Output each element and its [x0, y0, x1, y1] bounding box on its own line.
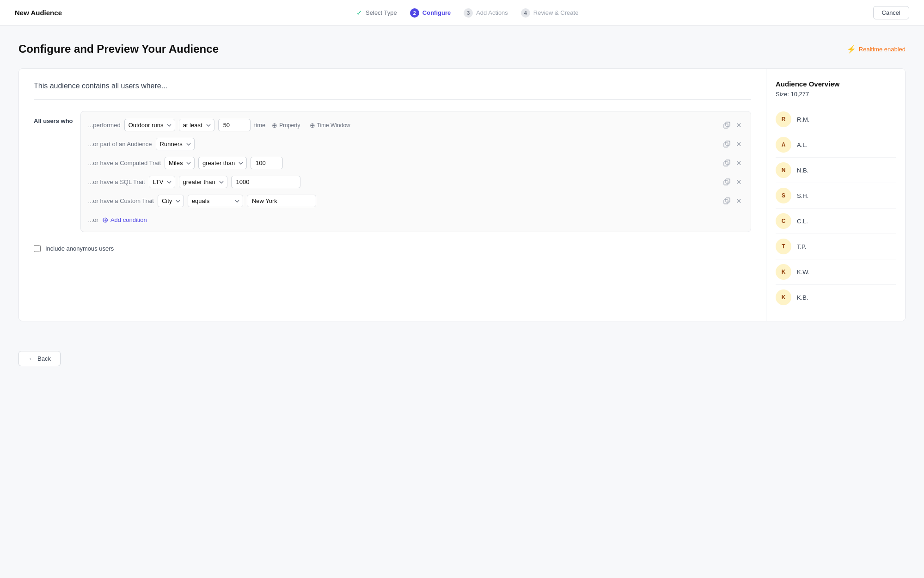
or-label: ...or: [88, 216, 98, 223]
computed-trait-select[interactable]: Miles: [165, 157, 195, 169]
right-panel: Audience Overview Size: 10,277 RR.M.AA.L…: [766, 69, 905, 321]
list-item: TT.P.: [776, 234, 896, 259]
add-time-window-button[interactable]: ⊕ Time Window: [307, 120, 353, 131]
anonymous-users-label: Include anonymous users: [45, 245, 114, 252]
user-name: C.L.: [797, 218, 808, 225]
arrow-left-icon: ←: [28, 355, 34, 362]
left-panel: This audience contains all users where..…: [19, 69, 766, 321]
step-select-type: ✓ Select Type: [356, 9, 397, 17]
section-divider: [34, 99, 751, 100]
remove-condition-5-button[interactable]: ✕: [734, 196, 743, 207]
conditions-list: ...performed Outdoor runs at least at mo…: [80, 111, 751, 232]
step-review-create: 4 Review & Create: [521, 8, 579, 18]
avatar: A: [776, 137, 791, 153]
custom-operator-select[interactable]: equals does not equal contains: [188, 195, 243, 207]
row-3-actions: ✕: [722, 158, 743, 169]
step-3-label: Add Actions: [476, 9, 508, 16]
remove-condition-4-button[interactable]: ✕: [734, 177, 743, 188]
user-list: RR.M.AA.L.NN.B.SS.H.CC.L.TT.P.KK.W.KK.B.: [776, 107, 896, 310]
step-4-num: 4: [521, 8, 530, 18]
add-condition-button[interactable]: ⊕ Add condition: [102, 215, 147, 224]
stepper: ✓ Select Type 2 Configure 3 Add Actions …: [356, 8, 578, 18]
avatar: N: [776, 162, 791, 178]
avatar: K: [776, 289, 791, 305]
computed-value-input[interactable]: [251, 157, 283, 169]
condition-5-prefix: ...or have a Custom Trait: [88, 197, 154, 204]
duplicate-condition-4-button[interactable]: [722, 177, 732, 187]
anonymous-users-checkbox[interactable]: [34, 245, 41, 252]
duplicate-condition-2-button[interactable]: [722, 139, 732, 149]
anonymous-users-row: Include anonymous users: [34, 245, 751, 252]
page-header: Configure and Preview Your Audience ⚡ Re…: [18, 43, 906, 55]
audience-intro: This audience contains all users where..…: [34, 82, 751, 90]
main-grid: This audience contains all users where..…: [18, 68, 906, 321]
row-2-actions: ✕: [722, 139, 743, 150]
step-3-num: 3: [464, 8, 473, 18]
back-button[interactable]: ← Back: [18, 351, 61, 366]
duplicate-condition-3-button[interactable]: [722, 158, 732, 168]
custom-trait-select[interactable]: City: [158, 195, 184, 207]
avatar: C: [776, 213, 791, 229]
avatar: K: [776, 264, 791, 280]
user-name: T.P.: [797, 243, 807, 250]
user-name: N.B.: [797, 167, 808, 174]
row-4-actions: ✕: [722, 177, 743, 188]
step-4-label: Review & Create: [533, 9, 579, 16]
audience-select[interactable]: Runners: [156, 138, 195, 150]
condition-row-1: ...performed Outdoor runs at least at mo…: [88, 119, 743, 131]
event-count-input[interactable]: [218, 119, 251, 131]
sql-trait-select[interactable]: LTV: [149, 176, 175, 188]
list-item: SS.H.: [776, 183, 896, 209]
condition-row-2: ...or part of an Audience Runners: [88, 138, 743, 150]
step-2-label: Configure: [422, 9, 451, 16]
list-item: RR.M.: [776, 107, 896, 132]
realtime-label: Realtime enabled: [859, 46, 906, 53]
user-name: A.L.: [797, 141, 808, 148]
remove-condition-1-button[interactable]: ✕: [734, 120, 743, 131]
realtime-badge: ⚡ Realtime enabled: [847, 45, 906, 54]
user-name: K.B.: [797, 294, 808, 301]
row-5-actions: ✕: [722, 196, 743, 207]
condition-row-3: ...or have a Computed Trait Miles greate…: [88, 157, 743, 169]
duplicate-condition-1-button[interactable]: [722, 120, 732, 130]
top-bar: New Audience ✓ Select Type 2 Configure 3…: [0, 0, 924, 26]
custom-value-input[interactable]: [247, 195, 316, 207]
step-add-actions: 3 Add Actions: [464, 8, 508, 18]
page-title: Configure and Preview Your Audience: [18, 43, 219, 55]
avatar: R: [776, 111, 791, 127]
computed-operator-select[interactable]: greater than less than equals: [198, 157, 247, 169]
bolt-icon: ⚡: [847, 45, 856, 54]
step-1-label: Select Type: [366, 9, 397, 16]
user-name: S.H.: [797, 192, 808, 199]
step-configure: 2 Configure: [410, 8, 451, 18]
duplicate-condition-5-button[interactable]: [722, 196, 732, 206]
avatar: T: [776, 239, 791, 254]
clock-icon: ⊕: [310, 122, 315, 129]
sql-value-input[interactable]: [231, 176, 300, 188]
step-check-icon: ✓: [356, 9, 362, 17]
cancel-button[interactable]: Cancel: [873, 6, 909, 19]
add-circle-icon: ⊕: [102, 215, 108, 224]
conditions-wrapper: All users who ...performed Outdoor runs …: [34, 111, 751, 232]
user-name: K.W.: [797, 269, 809, 276]
event-select[interactable]: Outdoor runs: [124, 119, 175, 131]
condition-row-5: ...or have a Custom Trait City equals do…: [88, 195, 743, 207]
page-content: Configure and Preview Your Audience ⚡ Re…: [0, 26, 924, 340]
event-time-label: time: [254, 122, 266, 129]
add-condition-row: ...or ⊕ Add condition: [88, 214, 743, 224]
remove-condition-2-button[interactable]: ✕: [734, 139, 743, 150]
user-name: R.M.: [797, 116, 809, 123]
list-item: AA.L.: [776, 132, 896, 158]
page-footer: ← Back: [0, 340, 924, 377]
row-1-actions: ✕: [722, 120, 743, 131]
overview-title: Audience Overview: [776, 80, 896, 88]
add-property-button[interactable]: ⊕ Property: [269, 120, 303, 131]
list-item: KK.W.: [776, 259, 896, 285]
app-title: New Audience: [15, 9, 62, 17]
step-2-num: 2: [410, 8, 419, 18]
event-operator-select[interactable]: at least at most exactly: [179, 119, 214, 131]
list-item: KK.B.: [776, 285, 896, 310]
sql-operator-select[interactable]: greater than less than equals: [179, 176, 227, 188]
remove-condition-3-button[interactable]: ✕: [734, 158, 743, 169]
list-item: NN.B.: [776, 158, 896, 183]
